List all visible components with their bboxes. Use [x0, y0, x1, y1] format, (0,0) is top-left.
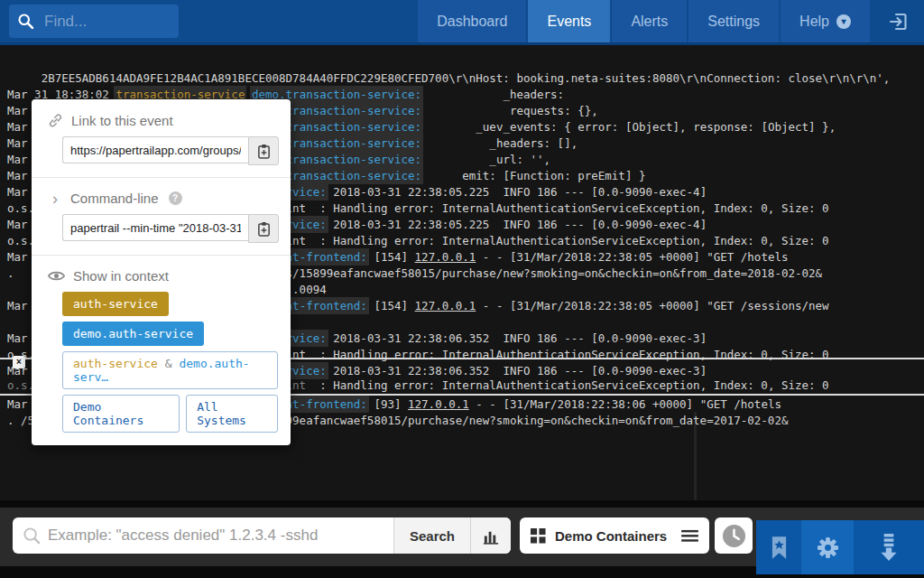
- search-group: Search: [13, 517, 511, 554]
- command-line-section: › Command-line ?: [32, 189, 291, 243]
- ip-link[interactable]: 127.0.0.1: [415, 250, 476, 264]
- log-text: _url: '',: [421, 153, 550, 166]
- popup-divider: [32, 255, 291, 256]
- context-group-button[interactable]: Demo Containers: [62, 395, 180, 433]
- nav-tabs: Dashboard Events Alerts Settings Help ▾: [418, 0, 924, 42]
- context-sender-button[interactable]: auth-service: [62, 292, 169, 316]
- event-popup: Link to this event › Command-line ?: [32, 99, 291, 445]
- bar-chart-icon: [483, 527, 500, 545]
- log-text: emit: [Function: preEmit] }: [421, 169, 645, 182]
- gear-icon: [816, 536, 840, 560]
- search-button[interactable]: Search: [393, 517, 470, 554]
- find-box[interactable]: [9, 5, 179, 38]
- clipboard-icon: [257, 221, 271, 237]
- download-events-button[interactable]: [854, 520, 924, 574]
- context-section: Show in context auth-service demo.auth-s…: [32, 266, 291, 433]
- event-link-input[interactable]: [62, 136, 248, 163]
- link-section: Link to this event: [32, 111, 291, 165]
- context-section-title: Show in context: [73, 268, 169, 284]
- log-text: 2018-03-31 22:38:05.225 INFO 186 --- [0.…: [327, 218, 707, 231]
- download-icon: [877, 533, 901, 562]
- combo-sender-label: auth-service: [73, 357, 158, 370]
- nav-spacer: [179, 0, 418, 42]
- list-menu-icon: [681, 529, 698, 543]
- bottom-bar-region: Search Demo Containers: [0, 500, 924, 578]
- clipboard-icon: [257, 144, 271, 159]
- log-text: 2018-03-31 22:38:05.225 INFO 186 --- [0.…: [327, 185, 707, 199]
- help-question-icon[interactable]: ?: [169, 191, 182, 205]
- log-text: [154]: [367, 250, 415, 264]
- popup-divider: [32, 177, 291, 178]
- time-jump-button[interactable]: [715, 517, 753, 554]
- eye-icon: [48, 270, 65, 282]
- bottom-bar: Search Demo Containers: [0, 508, 924, 566]
- action-panel: [756, 520, 924, 574]
- log-text: _headers:: [421, 88, 564, 101]
- find-input[interactable]: [42, 12, 154, 32]
- log-text: _headers: [],: [421, 136, 578, 150]
- search-icon: [16, 12, 35, 31]
- log-text: 2018-03-31 22:38:06.352 INFO 186 --- [0.…: [327, 331, 707, 345]
- tab-help[interactable]: Help ▾: [781, 0, 870, 42]
- combo-amp-label: &: [158, 357, 179, 370]
- log-text: 2018-03-31 22:38:06.352 INFO 186 --- [0.…: [327, 364, 707, 378]
- clock-icon: [722, 524, 746, 548]
- log-text: 2B7EE5ADB614ADA9FE12B4AC1A891BECE008D784…: [7, 71, 890, 85]
- search-icon: [22, 526, 42, 546]
- log-text: _uev_events: { error: [Object], response…: [421, 120, 836, 134]
- log-text: [154]: [367, 299, 415, 312]
- link-icon: [48, 113, 63, 128]
- exit-icon: [888, 11, 910, 33]
- group-selector-label: Demo Containers: [555, 528, 672, 544]
- bookmark-icon: [771, 536, 788, 559]
- top-nav: Dashboard Events Alerts Settings Help ▾: [0, 0, 924, 45]
- tab-dashboard[interactable]: Dashboard: [418, 0, 526, 42]
- log-text: - - [31/Mar/2018:22:38:05 +0000] "GET /h…: [476, 250, 788, 264]
- command-line-title: Command-line: [70, 191, 159, 206]
- chevron-right-icon: ›: [48, 192, 62, 205]
- tab-events[interactable]: Events: [528, 0, 610, 42]
- tab-settings[interactable]: Settings: [688, 0, 779, 42]
- ip-link[interactable]: 127.0.0.1: [408, 397, 469, 411]
- chevron-down-icon: ▾: [836, 14, 851, 29]
- logout-button[interactable]: [872, 0, 924, 42]
- context-all-systems-button[interactable]: All Systems: [186, 395, 278, 433]
- close-selected-event-icon[interactable]: ×: [13, 356, 25, 368]
- context-program-button[interactable]: demo.auth-service: [62, 322, 204, 346]
- copy-link-button[interactable]: [248, 136, 279, 165]
- link-section-title: Link to this event: [71, 113, 173, 128]
- tab-alerts[interactable]: Alerts: [612, 0, 687, 42]
- log-text: - - [31/Mar/2018:22:38:05 +0000] "GET /s…: [476, 299, 828, 312]
- bookmark-button[interactable]: [756, 520, 801, 574]
- settings-button[interactable]: [801, 520, 854, 574]
- group-selector[interactable]: Demo Containers: [520, 517, 709, 554]
- log-text: : Handling error: InternalAuthentication…: [306, 378, 828, 392]
- event-search-input[interactable]: [46, 517, 393, 554]
- help-label: Help: [799, 14, 829, 30]
- log-text: requests: {},: [421, 104, 598, 117]
- log-line[interactable]: 2B7EE5ADB614ADA9FE12B4AC1A891BECE008D784…: [7, 70, 890, 87]
- ip-link[interactable]: 127.0.0.1: [415, 299, 476, 312]
- grid-icon: [531, 528, 546, 544]
- graph-button[interactable]: [470, 517, 511, 554]
- log-text: [93]: [367, 397, 408, 411]
- command-line-input[interactable]: [62, 214, 248, 241]
- context-sender-and-program-button[interactable]: auth-service & demo.auth-serv…: [62, 351, 278, 389]
- log-text: - - [31/Mar/2018:22:38:06 +0000] "GET /h…: [469, 397, 781, 411]
- copy-command-button[interactable]: [248, 214, 279, 243]
